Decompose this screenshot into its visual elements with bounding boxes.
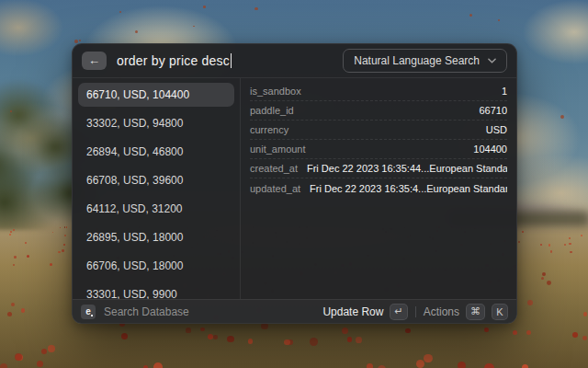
list-item[interactable]: 66710, USD, 104400 <box>78 83 234 107</box>
list-item[interactable]: 26894, USD, 46800 <box>78 140 234 164</box>
list-item[interactable]: 26895, USD, 18000 <box>78 225 234 249</box>
back-arrow-icon: ← <box>88 52 100 70</box>
footer-actions: Update Row ↵ Actions ⌘ K <box>322 304 508 320</box>
detail-key: paddle_id <box>250 105 294 116</box>
search-input-value: order by price desc <box>117 53 230 68</box>
detail-key: unit_amount <box>250 144 306 155</box>
launcher-window: ← order by price desc Natural Language S… <box>72 43 517 324</box>
detail-value: 66710 <box>303 105 507 116</box>
k-key-badge: K <box>492 304 508 320</box>
detail-row: created_atFri Dec 22 2023 16:35:44...Eur… <box>250 159 507 178</box>
detail-row: updated_atFri Dec 22 2023 16:35:4...Euro… <box>250 178 507 198</box>
detail-key: is_sandbox <box>250 86 301 97</box>
search-mode-dropdown[interactable]: Natural Language Search <box>343 49 507 73</box>
detail-row: paddle_id66710 <box>250 101 507 121</box>
detail-value: Fri Dec 22 2023 16:35:4...European Stand… <box>310 183 507 194</box>
detail-key: currency <box>250 124 288 135</box>
detail-value: Fri Dec 22 2023 16:35:44...European Stan… <box>307 163 507 174</box>
detail-value: USD <box>298 124 507 135</box>
detail-key: updated_at <box>250 183 300 194</box>
footer-divider <box>415 306 416 317</box>
list-item[interactable]: 66706, USD, 18000 <box>78 254 234 278</box>
results-list: 66710, USD, 10440033302, USD, 9480026894… <box>73 78 241 299</box>
list-item[interactable]: 64112, USD, 31200 <box>78 197 234 221</box>
detail-key: created_at <box>250 163 298 174</box>
list-item[interactable]: 66708, USD, 39600 <box>78 168 234 192</box>
back-button[interactable]: ← <box>82 52 107 70</box>
results-area: 66710, USD, 10440033302, USD, 9480026894… <box>73 78 516 299</box>
app-icon-glyph: e <box>85 306 91 316</box>
footer-app-label: Search Database <box>104 305 189 318</box>
enter-key-badge: ↵ <box>390 304 407 320</box>
detail-value: 1 <box>311 86 507 97</box>
detail-value: 104400 <box>315 144 507 155</box>
cmd-key-badge: ⌘ <box>466 304 485 320</box>
actions-label: Actions <box>424 305 459 318</box>
detail-row: currencyUSD <box>250 121 507 140</box>
footer-app: e Search Database <box>81 305 189 319</box>
actions-menu-button[interactable]: Actions ⌘ K <box>424 304 508 320</box>
search-mode-label: Natural Language Search <box>354 54 480 67</box>
search-database-icon: e <box>81 305 96 319</box>
update-row-label: Update Row <box>322 305 383 318</box>
search-header: ← order by price desc Natural Language S… <box>73 44 516 78</box>
update-row-action[interactable]: Update Row ↵ <box>322 304 407 320</box>
chevron-down-icon <box>488 58 496 63</box>
footer-bar: e Search Database Update Row ↵ Actions ⌘… <box>73 299 516 323</box>
detail-row: is_sandbox1 <box>250 82 507 101</box>
detail-panel: is_sandbox1paddle_id66710currencyUSDunit… <box>241 78 516 299</box>
detail-row: unit_amount104400 <box>250 140 507 159</box>
text-cursor <box>231 53 232 68</box>
list-item[interactable]: 33301, USD, 9900 <box>78 282 234 299</box>
search-input[interactable]: order by price desc <box>117 53 333 68</box>
list-item[interactable]: 33302, USD, 94800 <box>78 111 234 135</box>
